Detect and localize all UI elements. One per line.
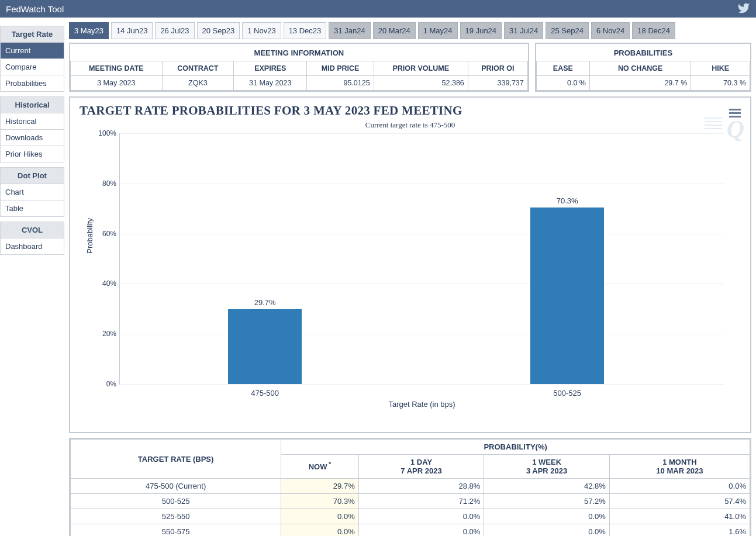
tab-25sep24[interactable]: 25 Sep24 xyxy=(546,22,589,39)
column-header: MID PRICE xyxy=(307,61,374,76)
y-tick: 100% xyxy=(93,129,116,137)
sidebar-head: CVOL xyxy=(0,222,64,238)
chart-plot: 0%20%40%60%80%100%29.7%475-50070.3%500-5… xyxy=(119,133,724,385)
meeting-tabs: 3 May2314 Jun2326 Jul2320 Sep231 Nov2313… xyxy=(69,22,751,39)
probabilities-title: PROBABILITIES xyxy=(536,44,750,61)
cell: 1.6% xyxy=(609,524,750,537)
sidebar-item-dashboard[interactable]: Dashboard xyxy=(0,238,64,255)
table-row: 500-52570.3%71.2%57.2%57.4% xyxy=(71,494,750,509)
sidebar-item-compare[interactable]: Compare xyxy=(0,59,64,75)
row-label: 550-575 xyxy=(71,524,281,537)
cell: 70.3% xyxy=(281,494,358,509)
tab-19jun24[interactable]: 19 Jun24 xyxy=(460,22,502,39)
column-header: EXPIRES xyxy=(234,61,307,76)
column-header: MEETING DATE xyxy=(71,61,163,76)
sidebar-item-prior-hikes[interactable]: Prior Hikes xyxy=(0,146,64,162)
x-tick: 475-500 xyxy=(218,384,312,397)
cell: 29.7% xyxy=(281,479,358,494)
column-header: 1 WEEK3 APR 2023 xyxy=(484,455,610,479)
row-label: 475-500 (Current) xyxy=(71,479,281,494)
tab-31jul24[interactable]: 31 Jul24 xyxy=(504,22,543,39)
tab-18dec24[interactable]: 18 Dec24 xyxy=(632,22,675,39)
chart-subtitle: Current target rate is 475-500 xyxy=(78,120,742,130)
cell: 70.3 % xyxy=(691,76,750,91)
title-bar: FedWatch Tool xyxy=(0,0,756,18)
y-tick: 60% xyxy=(93,230,116,238)
tab-20sep23[interactable]: 20 Sep23 xyxy=(197,22,240,39)
y-tick: 0% xyxy=(93,380,116,388)
table-row: 550-5750.0%0.0%0.0%1.6% xyxy=(71,524,750,537)
bar-value-label: 29.7% xyxy=(254,298,276,307)
column-header: CONTRACT xyxy=(162,61,233,76)
sidebar-item-chart[interactable]: Chart xyxy=(0,184,64,200)
twitter-icon[interactable] xyxy=(737,2,750,16)
sidebar-head: Historical xyxy=(0,96,64,113)
meeting-info-table: MEETING DATECONTRACTEXPIRESMID PRICEPRIO… xyxy=(70,61,528,91)
meeting-info-panel: MEETING INFORMATION MEETING DATECONTRACT… xyxy=(69,43,529,92)
cell: 0.0% xyxy=(281,524,358,537)
meeting-info-title: MEETING INFORMATION xyxy=(70,44,528,61)
tab-6nov24[interactable]: 6 Nov24 xyxy=(591,22,630,39)
tab-31jan24[interactable]: 31 Jan24 xyxy=(329,22,371,39)
column-header: TARGET RATE (BPS) xyxy=(71,440,281,479)
chart-title: TARGET RATE PROBABILITIES FOR 3 MAY 2023… xyxy=(80,103,742,118)
cell: 0.0% xyxy=(358,524,484,537)
bar-value-label: 70.3% xyxy=(557,196,578,205)
column-header: 1 MONTH10 MAR 2023 xyxy=(609,455,750,479)
bar xyxy=(530,208,604,384)
cell: 0.0% xyxy=(358,509,484,524)
tab-26jul23[interactable]: 26 Jul23 xyxy=(155,22,194,39)
column-header: HIKE xyxy=(691,61,750,76)
y-tick: 40% xyxy=(93,279,116,288)
column-header: NOW * xyxy=(281,455,358,479)
column-header: EASE xyxy=(536,61,589,76)
column-header: NO CHANGE xyxy=(589,61,691,76)
row-label: 500-525 xyxy=(71,494,281,509)
sidebar-head: Target Rate xyxy=(0,26,64,43)
tab-3may23[interactable]: 3 May23 xyxy=(69,22,109,39)
cell: 0.0% xyxy=(609,479,750,494)
tab-1may24[interactable]: 1 May24 xyxy=(418,22,458,39)
probabilities-table: EASENO CHANGEHIKE 0.0 %29.7 %70.3 % xyxy=(536,61,750,91)
tab-20mar24[interactable]: 20 Mar24 xyxy=(373,22,416,39)
cell: ZQK3 xyxy=(162,76,233,91)
column-header: PROBABILITY(%) xyxy=(281,440,750,455)
cell: 71.2% xyxy=(358,494,484,509)
cell: 52,386 xyxy=(374,76,468,91)
table-row: 525-5500.0%0.0%0.0%41.0% xyxy=(71,509,750,524)
y-tick: 80% xyxy=(93,179,116,188)
column-header: 1 DAY7 APR 2023 xyxy=(358,455,484,479)
cell: 339,737 xyxy=(468,76,527,91)
sidebar-item-probabilities[interactable]: Probabilities xyxy=(0,75,64,92)
sidebar-item-table[interactable]: Table xyxy=(0,200,64,217)
tab-1nov23[interactable]: 1 Nov23 xyxy=(242,22,281,39)
probability-table-panel: TARGET RATE (BPS)PROBABILITY(%)NOW *1 DA… xyxy=(69,438,751,536)
cell: 42.8% xyxy=(484,479,610,494)
probabilities-panel: PROBABILITIES EASENO CHANGEHIKE 0.0 %29.… xyxy=(535,43,751,92)
cell: 57.2% xyxy=(484,494,610,509)
cell: 0.0% xyxy=(484,509,610,524)
sidebar-item-current[interactable]: Current xyxy=(0,43,64,59)
sidebar-item-downloads[interactable]: Downloads xyxy=(0,130,64,146)
column-header: PRIOR OI xyxy=(468,61,527,76)
table-row: 475-500 (Current)29.7%28.8%42.8%0.0% xyxy=(71,479,750,494)
tab-14jun23[interactable]: 14 Jun23 xyxy=(111,22,153,39)
cell: 0.0% xyxy=(281,509,358,524)
bar xyxy=(228,309,302,384)
cell: 0.0% xyxy=(484,524,610,537)
chart-menu-icon[interactable] xyxy=(729,107,741,119)
cell: 41.0% xyxy=(609,509,750,524)
x-axis-label: Target Rate (in bps) xyxy=(119,400,724,409)
cell: 95.0125 xyxy=(307,76,374,91)
sidebar: Target RateCurrentCompareProbabilitiesHi… xyxy=(0,18,64,536)
cell: 28.8% xyxy=(358,479,484,494)
x-tick: 500-525 xyxy=(520,384,614,397)
cell: 31 May 2023 xyxy=(234,76,307,91)
cell: 3 May 2023 xyxy=(71,76,163,91)
cell: 0.0 % xyxy=(536,76,589,91)
cell: 57.4% xyxy=(609,494,750,509)
tab-13dec23[interactable]: 13 Dec23 xyxy=(284,22,327,39)
sidebar-item-historical[interactable]: Historical xyxy=(0,113,64,130)
main-content: 3 May2314 Jun2326 Jul2320 Sep231 Nov2313… xyxy=(64,18,756,536)
chart-panel: TARGET RATE PROBABILITIES FOR 3 MAY 2023… xyxy=(69,96,751,433)
